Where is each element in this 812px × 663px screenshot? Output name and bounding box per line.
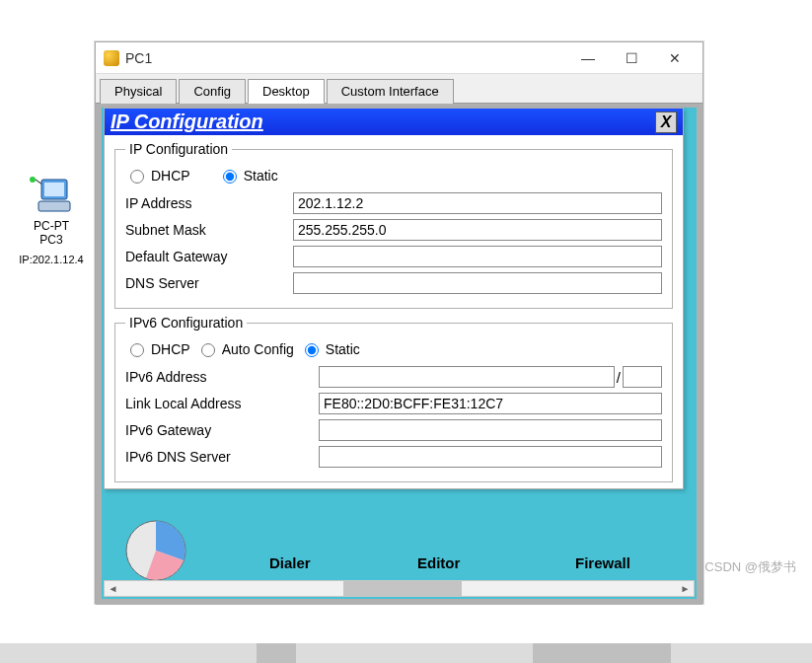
- prefix-separator: /: [617, 369, 621, 386]
- scroll-right-icon[interactable]: ►: [677, 581, 694, 596]
- bottom-seg-1: [257, 643, 296, 663]
- ip-address-label: IP Address: [125, 195, 293, 211]
- ip-config-panel: IP Configuration X IP Configuration DHCP…: [104, 108, 684, 489]
- ipv6-dns-input[interactable]: [319, 446, 662, 468]
- dns-server-input[interactable]: [293, 272, 662, 294]
- tab-physical[interactable]: Physical: [100, 79, 177, 104]
- ipv6-prefix-input[interactable]: [623, 366, 662, 388]
- bg-label-editor: Editor: [417, 554, 460, 571]
- bg-label-dialer: Dialer: [269, 554, 311, 571]
- tab-custom-interface[interactable]: Custom Interface: [327, 79, 454, 104]
- ipv4-legend: IP Configuration: [125, 141, 232, 157]
- ip-address-input[interactable]: [293, 192, 662, 214]
- scroll-left-icon[interactable]: ◄: [105, 581, 121, 596]
- ipv6-auto-radio[interactable]: Auto Config: [196, 340, 294, 357]
- ipv4-dhcp-radio[interactable]: DHCP: [125, 167, 190, 184]
- maximize-icon: ☐: [626, 50, 638, 66]
- ipv6-dhcp-radio[interactable]: DHCP: [125, 340, 190, 357]
- bottom-bar: [0, 643, 812, 663]
- maximize-button[interactable]: ☐: [610, 44, 653, 72]
- app-icon: [104, 50, 119, 66]
- panel-titlebar[interactable]: IP Configuration X: [105, 109, 683, 135]
- default-gateway-label: Default Gateway: [125, 249, 293, 264]
- pc1-window: PC1 — ☐ ✕ Physical Config Desktop Custom…: [95, 41, 703, 604]
- svg-rect-3: [44, 183, 64, 196]
- svg-rect-4: [38, 201, 70, 211]
- content-area: Dialer Editor Firewall ◄ ► IP Configurat…: [96, 104, 702, 605]
- desktop-pc-icon[interactable]: PC-PT PC3 IP:202.1.12.4: [12, 174, 91, 266]
- dns-server-label: DNS Server: [125, 275, 293, 291]
- link-local-label: Link Local Address: [125, 396, 319, 411]
- window-title: PC1: [125, 50, 152, 66]
- ipv6-fieldset: IPv6 Configuration DHCP Auto Config Stat…: [114, 315, 673, 482]
- bottom-seg-2: [533, 643, 671, 663]
- scroll-thumb[interactable]: [343, 581, 462, 596]
- desktop-pc-label1: PC-PT: [12, 219, 91, 233]
- tab-config[interactable]: Config: [179, 79, 246, 104]
- panel-title-text: IP Configuration: [111, 110, 655, 133]
- tab-bar: Physical Config Desktop Custom Interface: [96, 74, 702, 104]
- ipv6-static-radio[interactable]: Static: [300, 340, 360, 357]
- desktop-pc-label2: PC3: [12, 233, 91, 247]
- link-local-input[interactable]: [319, 393, 662, 414]
- ipv4-static-radio[interactable]: Static: [218, 167, 278, 184]
- horizontal-scrollbar[interactable]: ◄ ►: [104, 580, 695, 597]
- minimize-icon: —: [581, 50, 595, 66]
- ipv6-gateway-input[interactable]: [319, 419, 662, 441]
- ipv6-legend: IPv6 Configuration: [125, 315, 247, 331]
- subnet-mask-input[interactable]: [293, 219, 662, 241]
- scroll-track[interactable]: [121, 581, 677, 596]
- svg-point-0: [30, 177, 36, 183]
- tab-desktop[interactable]: Desktop: [248, 79, 325, 104]
- default-gateway-input[interactable]: [293, 246, 662, 267]
- desktop-pc-ip: IP:202.1.12.4: [12, 254, 91, 266]
- ipv4-fieldset: IP Configuration DHCP Static IP Address …: [114, 141, 673, 309]
- ipv6-mode-group: DHCP Auto Config Static: [125, 340, 662, 357]
- pie-icon: [121, 516, 190, 585]
- bg-label-firewall: Firewall: [575, 554, 630, 571]
- pc-icon: [29, 174, 74, 217]
- panel-close-icon: X: [661, 113, 672, 130]
- subnet-mask-label: Subnet Mask: [125, 222, 293, 238]
- close-icon: ✕: [669, 50, 681, 66]
- ipv6-address-label: IPv6 Address: [125, 369, 319, 385]
- panel-close-button[interactable]: X: [655, 111, 677, 133]
- watermark: CSDN @俄梦书: [704, 558, 796, 576]
- ipv6-address-input[interactable]: [319, 366, 615, 388]
- ipv6-gateway-label: IPv6 Gateway: [125, 422, 319, 438]
- ipv6-dns-label: IPv6 DNS Server: [125, 449, 319, 465]
- close-button[interactable]: ✕: [653, 44, 697, 72]
- minimize-button[interactable]: —: [566, 44, 610, 72]
- ipv4-mode-group: DHCP Static: [125, 167, 662, 184]
- titlebar[interactable]: PC1 — ☐ ✕: [96, 42, 702, 74]
